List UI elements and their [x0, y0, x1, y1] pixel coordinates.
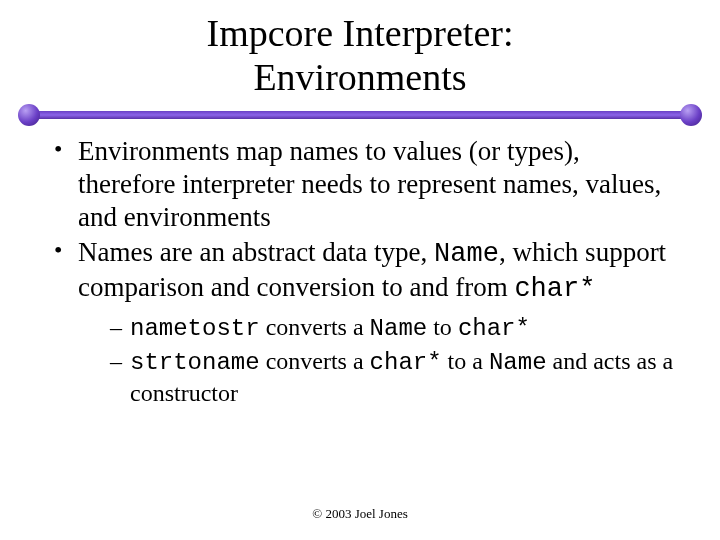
sub-bullet-list: nametostr converts a Name to char* strto… — [78, 312, 680, 408]
sub1-mid: converts a — [260, 314, 370, 340]
slide-title: Impcore Interpreter: Environments — [0, 0, 720, 99]
code-charstar-3: char* — [370, 349, 442, 376]
code-name: Name — [434, 239, 499, 269]
sub-item-2: strtoname converts a char* to a Name and… — [110, 346, 680, 408]
slide-footer: © 2003 Joel Jones — [0, 506, 720, 522]
code-nametostr: nametostr — [130, 315, 260, 342]
code-charstar: char* — [514, 274, 595, 304]
divider-cap-right — [680, 104, 702, 126]
sub-item-1: nametostr converts a Name to char* — [110, 312, 680, 344]
bullet-item-2: Names are an abstract data type, Name, w… — [50, 236, 680, 408]
divider-bar — [24, 111, 696, 119]
code-strtoname: strtoname — [130, 349, 260, 376]
code-charstar-2: char* — [458, 315, 530, 342]
divider-cap-left — [18, 104, 40, 126]
slide: Impcore Interpreter: Environments Enviro… — [0, 0, 720, 540]
title-line-1: Impcore Interpreter: — [207, 12, 514, 54]
sub2-mid2: to a — [442, 348, 489, 374]
title-divider — [24, 105, 696, 125]
code-name-2: Name — [370, 315, 428, 342]
sub1-mid2: to — [427, 314, 458, 340]
code-name-3: Name — [489, 349, 547, 376]
bullet-1-text: Environments map names to values (or typ… — [78, 136, 661, 232]
sub2-mid: converts a — [260, 348, 370, 374]
title-line-2: Environments — [253, 56, 466, 98]
bullet-list: Environments map names to values (or typ… — [50, 135, 680, 408]
bullet-item-1: Environments map names to values (or typ… — [50, 135, 680, 234]
slide-body: Environments map names to values (or typ… — [50, 135, 680, 410]
copyright-text: © 2003 Joel Jones — [312, 506, 407, 521]
bullet-2-text-pre: Names are an abstract data type, — [78, 237, 434, 267]
